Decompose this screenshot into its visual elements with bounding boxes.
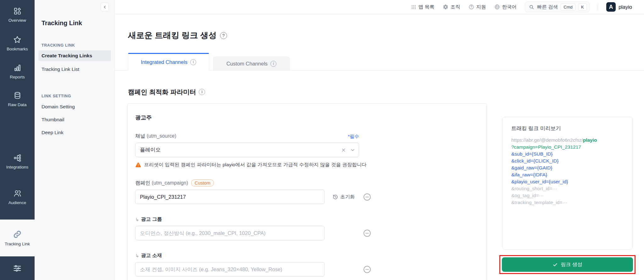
app-list-menu[interactable]: 앱 목록 [411, 4, 435, 10]
url-param: &click_id={CLICK_ID} [511, 157, 624, 164]
sidebar-item-raw-data[interactable]: Raw Data [0, 91, 35, 107]
overview-icon [13, 7, 22, 15]
sidebar-item-bookmarks[interactable]: Bookmarks [0, 35, 35, 51]
preset-warning: 프리셋이 입력된 캠페인 파라미터는 playio에서 값을 가져오므로 가급적… [135, 162, 443, 168]
info-icon[interactable]: i [270, 61, 276, 67]
question-circle-icon [469, 4, 474, 10]
support-menu[interactable]: 지원 [469, 4, 486, 10]
campaign-input[interactable] [135, 190, 325, 204]
channel-input[interactable] [135, 143, 359, 157]
history-icon [333, 194, 338, 200]
campaign-label-row: 캠페인 (utm_campaign) Custom [135, 180, 486, 186]
submenu-section-link-setting: LINK SETTING [42, 94, 71, 98]
submenu-item-domain-setting[interactable]: Domain Setting [38, 101, 111, 112]
tracking-link-preview-panel: 트래킹 링크 미리보기 https://abr.ge/@demobfo6n2cf… [502, 117, 633, 250]
submenu-item-deep-link[interactable]: Deep Link [38, 127, 111, 138]
campaign-parameter-card: 광고주 채널 (utm_source) *필수 [127, 103, 487, 280]
url-param: &playio_user_id={user_id} [511, 178, 624, 185]
submenu-item-create-tracking-links[interactable]: Create Tracking Links [38, 50, 111, 61]
help-icon[interactable]: ? [220, 32, 227, 39]
main-area: 앱 목록 조직 지원 [115, 0, 644, 280]
url-base: https://abr.ge/@demobfo6n2cfsz/ [511, 137, 583, 143]
campaign-label: 캠페인 (utm_campaign) [135, 180, 188, 186]
database-icon [13, 91, 22, 100]
url-param: &gaid_raw={GAID} [511, 164, 624, 171]
advertiser-heading: 광고주 [135, 114, 486, 121]
submenu-item-thumbnail[interactable]: Thumbnail [38, 114, 111, 125]
sidebar-item-label: Bookmarks [7, 47, 28, 51]
page-title-text: 새로운 트래킹 링크 생성 [128, 30, 217, 41]
page-title: 새로운 트래킹 링크 생성 ? [128, 30, 644, 41]
ad-group-label: ↳ 광고 그룹 [135, 216, 486, 223]
url-param: &sub_id={SUB_ID} [511, 151, 624, 157]
reset-button[interactable]: 초기화 [333, 194, 355, 200]
sub-arrow-icon: ↳ [135, 253, 139, 259]
sidebar-item-tracking-link[interactable]: Tracking Link [0, 220, 35, 256]
tracking-link-submenu: Tracking Link TRACKING LINK Create Track… [35, 0, 115, 280]
tab-custom-channels[interactable]: Custom Channels i [213, 57, 290, 70]
url-param: &routing_short_id=··· [511, 185, 624, 192]
info-icon[interactable]: i [199, 89, 205, 95]
chevron-down-icon[interactable] [350, 147, 355, 153]
support-label: 지원 [476, 4, 486, 10]
channel-label: 채널 (utm_source) [135, 133, 176, 140]
create-link-button[interactable]: 링크 생성 [502, 257, 633, 272]
sidebar-item-label: Reports [10, 75, 25, 79]
sidebar-item-audience[interactable]: Audience [0, 189, 35, 205]
collapse-sidebar-button[interactable] [101, 3, 109, 11]
sub-arrow-icon: ↳ [135, 217, 139, 222]
clear-icon[interactable] [341, 147, 346, 153]
star-icon [13, 35, 22, 44]
ad-creative-row [135, 262, 371, 277]
organization-menu[interactable]: 조직 [443, 4, 460, 10]
sidebar-item-reports[interactable]: Reports [0, 64, 35, 79]
search-icon [529, 4, 534, 10]
sidebar-item-integrations[interactable]: Integrations [0, 154, 35, 169]
sidebar-item-label: Integrations [6, 165, 29, 169]
submenu-item-tracking-link-list[interactable]: Tracking Link List [38, 64, 111, 75]
tab-integrated-channels[interactable]: Integrated Channels i [128, 53, 209, 71]
hierarchy-icon [13, 154, 22, 162]
url-param: &ifa_raw={IDFA} [511, 171, 624, 178]
sidebar-item-label: Raw Data [8, 102, 26, 107]
ad-creative-label: ↳ 광고 소재 [135, 252, 486, 259]
warning-triangle-icon [135, 162, 141, 168]
topbar: 앱 목록 조직 지원 [115, 0, 644, 14]
channel-label-row: 채널 (utm_source) *필수 [135, 133, 359, 140]
sidebar-item-overview[interactable]: Overview [0, 7, 35, 23]
reset-label: 초기화 [340, 194, 355, 200]
language-label: 한국어 [502, 4, 517, 10]
kbd-cmd: Cmd [561, 3, 575, 11]
submenu-title: Tracking Link [42, 20, 82, 27]
preview-title: 트래킹 링크 미리보기 [511, 125, 624, 132]
custom-badge: Custom [191, 180, 214, 186]
url-param: &og_tag_id=··· [511, 192, 624, 199]
remove-ad-group-icon[interactable] [363, 229, 371, 237]
sidebar-item-settings[interactable] [0, 256, 35, 280]
app-list-label: 앱 목록 [419, 4, 435, 10]
bar-chart-icon [13, 64, 22, 72]
quick-search-input[interactable]: 빠른 검색 Cmd K [525, 2, 590, 12]
warning-text: 프리셋이 입력된 캠페인 파라미터는 playio에서 값을 가져오므로 가급적… [144, 162, 367, 168]
ad-creative-input[interactable] [135, 262, 325, 277]
brand-name: playio [619, 4, 632, 10]
submenu-section-tracking-link: TRACKING LINK [42, 43, 75, 48]
globe-icon [494, 4, 500, 10]
channel-select [135, 143, 359, 157]
ad-group-input[interactable] [135, 226, 325, 240]
grid-dots-icon [411, 4, 416, 10]
language-menu[interactable]: 한국어 [494, 4, 517, 10]
quick-search-placeholder: 빠른 검색 [537, 4, 558, 10]
primary-sidebar: Overview Bookmarks Reports Raw D [0, 0, 35, 280]
preview-url: https://abr.ge/@demobfo6n2cfsz/playio ?c… [511, 137, 624, 206]
info-icon[interactable]: i [190, 59, 196, 65]
required-label: *필수 [348, 134, 359, 140]
remove-campaign-icon[interactable] [363, 193, 371, 201]
gear-icon [443, 4, 448, 10]
sidebar-item-label: Tracking Link [5, 242, 30, 246]
account-menu[interactable]: A playio [606, 2, 632, 12]
ad-group-row [135, 226, 371, 240]
tab-label: Custom Channels [226, 61, 268, 67]
remove-ad-creative-icon[interactable] [363, 266, 371, 273]
url-param: ?campaign=Playio_CPI_231217 [511, 144, 624, 151]
